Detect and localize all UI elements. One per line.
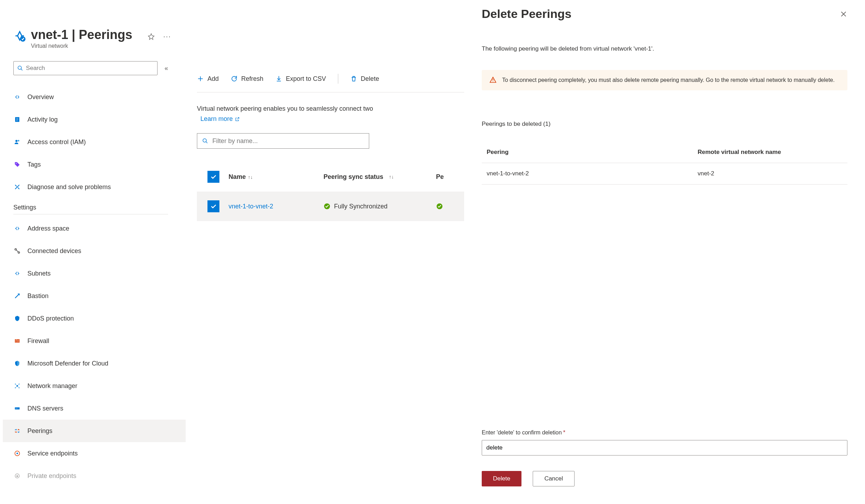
panel-description: The following peering will be deleted fr…: [482, 45, 847, 52]
sidebar-item-label: Firewall: [27, 337, 49, 345]
sidebar-item-label: Diagnose and solve problems: [27, 183, 111, 191]
sidebar-item-defender[interactable]: Microsoft Defender for Cloud: [13, 352, 186, 375]
sidebar-item-private-endpoints[interactable]: Private endpoints: [13, 465, 186, 487]
sort-icon: ↑↓: [389, 174, 394, 180]
more-icon[interactable]: ···: [163, 32, 171, 40]
svg-point-27: [17, 453, 18, 454]
column-header-name[interactable]: Name↑↓: [229, 173, 323, 181]
row-checkbox[interactable]: [207, 200, 219, 212]
refresh-button[interactable]: Refresh: [231, 75, 263, 83]
close-icon[interactable]: [840, 10, 847, 18]
sidebar-item-overview[interactable]: Overview: [13, 86, 186, 108]
sidebar-item-connected-devices[interactable]: Connected devices: [13, 240, 186, 262]
panel-actions: Delete Cancel: [482, 471, 847, 493]
svg-point-21: [15, 387, 16, 388]
confirm-delete-input[interactable]: [482, 440, 847, 455]
column-header-peering: Peering: [487, 149, 698, 156]
sort-icon: ↑↓: [248, 174, 253, 180]
resource-sidebar: vnet-1 | Peerings ··· Virtual network « …: [0, 0, 186, 504]
column-header-sync[interactable]: Peering sync status↑↓: [323, 173, 436, 181]
overview-icon: [13, 94, 21, 100]
sidebar-item-bastion[interactable]: Bastion: [13, 285, 186, 307]
svg-point-19: [15, 383, 16, 385]
network-manager-icon: [13, 383, 21, 389]
activity-log-icon: [13, 116, 21, 123]
sync-status-text: Fully Synchronized: [334, 203, 387, 210]
learn-more-label: Learn more: [200, 115, 233, 123]
sidebar-item-label: Peerings: [27, 427, 52, 435]
sidebar-search-input[interactable]: [26, 65, 154, 72]
required-asterisk: *: [563, 429, 565, 435]
sidebar-nav: Overview Activity log Access control (IA…: [13, 86, 186, 487]
success-icon: [436, 203, 443, 210]
sidebar-item-label: Microsoft Defender for Cloud: [27, 360, 108, 367]
sidebar-item-ddos[interactable]: DDoS protection: [13, 307, 186, 330]
warning-icon: [489, 76, 496, 83]
download-icon: [275, 75, 282, 82]
panel-title: Delete Peerings: [482, 7, 571, 21]
sidebar-item-peerings[interactable]: Peerings: [3, 420, 186, 442]
defender-icon: [13, 360, 21, 367]
svg-line-2: [21, 69, 23, 70]
remote-cell: vnet-2: [698, 170, 842, 177]
subnets-icon: [13, 270, 21, 277]
search-icon: [202, 138, 208, 144]
peering-name-link[interactable]: vnet-1-to-vnet-2: [229, 203, 273, 210]
toolbar-label: Export to CSV: [286, 75, 326, 83]
export-csv-button[interactable]: Export to CSV: [275, 75, 326, 83]
svg-point-1: [18, 66, 21, 70]
page-title: vnet-1 | Peerings: [31, 27, 132, 42]
favorite-star-icon[interactable]: [148, 33, 155, 40]
svg-point-34: [203, 139, 206, 142]
select-all-checkbox[interactable]: [207, 171, 219, 183]
sidebar-item-address-space[interactable]: Address space: [13, 217, 186, 240]
sidebar-item-service-endpoints[interactable]: Service endpoints: [13, 442, 186, 465]
sidebar-item-access-control[interactable]: Access control (IAM): [13, 131, 186, 153]
resource-type-label: Virtual network: [31, 43, 186, 49]
svg-rect-29: [17, 476, 18, 477]
plus-icon: [197, 75, 204, 82]
svg-point-9: [16, 163, 17, 164]
confirm-label: Enter 'delete' to confirm deletion*: [482, 429, 847, 436]
delete-button[interactable]: Delete: [350, 75, 379, 83]
toolbar-label: Refresh: [241, 75, 263, 83]
sidebar-item-label: Subnets: [27, 270, 51, 277]
sidebar-item-label: Bastion: [27, 292, 49, 300]
sidebar-item-dns[interactable]: DNS servers: [13, 397, 186, 420]
panel-header: Delete Peerings: [482, 7, 847, 21]
sidebar-item-subnets[interactable]: Subnets: [13, 262, 186, 285]
sidebar-item-label: Private endpoints: [27, 472, 76, 480]
sidebar-item-label: Tags: [27, 161, 41, 168]
sidebar-item-diagnose[interactable]: Diagnose and solve problems: [13, 176, 186, 198]
sidebar-item-label: DNS servers: [27, 405, 63, 412]
filter-box[interactable]: [197, 133, 369, 149]
sidebar-item-tags[interactable]: Tags: [13, 153, 186, 176]
column-header-remote: Remote virtual network name: [698, 149, 842, 156]
collapse-sidebar-icon[interactable]: «: [165, 65, 168, 72]
delete-table-header: Peering Remote virtual network name: [482, 142, 847, 163]
peering-cell: vnet-1-to-vnet-2: [487, 170, 698, 177]
sidebar-search[interactable]: [13, 61, 158, 75]
sidebar-item-label: Activity log: [27, 116, 58, 123]
refresh-icon: [231, 75, 238, 82]
sidebar-item-activity-log[interactable]: Activity log: [13, 108, 186, 131]
access-control-icon: [13, 139, 21, 145]
sidebar-item-firewall[interactable]: Firewall: [13, 330, 186, 352]
column-header-status[interactable]: Pe: [436, 173, 457, 181]
sidebar-item-network-manager[interactable]: Network manager: [13, 375, 186, 397]
add-button[interactable]: Add: [197, 75, 219, 83]
sidebar-item-label: DDoS protection: [27, 315, 74, 322]
vnet-icon: [13, 30, 26, 42]
trash-icon: [350, 75, 357, 82]
cancel-button[interactable]: Cancel: [533, 471, 575, 486]
filter-input[interactable]: [212, 137, 364, 145]
service-endpoints-icon: [13, 450, 21, 457]
sidebar-item-label: Address space: [27, 225, 69, 232]
confirm-delete-button[interactable]: Delete: [482, 471, 521, 486]
peerings-icon: [13, 428, 21, 434]
toolbar-separator: [338, 74, 338, 84]
success-icon: [323, 203, 331, 210]
sidebar-item-label: Network manager: [27, 382, 77, 390]
search-icon: [17, 65, 23, 71]
learn-more-link[interactable]: Learn more: [200, 115, 240, 123]
